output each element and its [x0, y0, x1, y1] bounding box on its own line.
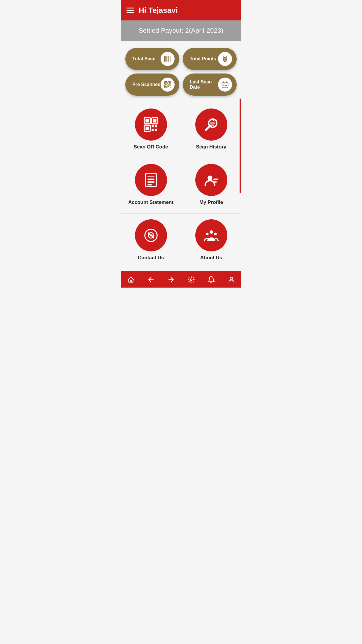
svg-rect-53 — [213, 178, 218, 180]
svg-rect-5 — [169, 56, 169, 62]
menu-label-scan-qr-code: Scan QR Code — [133, 144, 168, 150]
barcode-icon — [161, 52, 175, 66]
my-profile-icon — [195, 164, 227, 196]
svg-rect-39 — [210, 120, 211, 121]
svg-point-62 — [230, 277, 233, 280]
svg-rect-24 — [223, 85, 224, 86]
svg-rect-46 — [147, 178, 154, 180]
menu-label-account-statement: Account Statement — [128, 200, 173, 205]
stat-card-total-points[interactable]: Total Points — [183, 48, 237, 70]
svg-rect-20 — [169, 85, 171, 85]
stats-section: Total Scan Total Points — [121, 41, 241, 99]
nav-home[interactable] — [121, 276, 141, 284]
coins-icon — [218, 52, 232, 66]
svg-rect-4 — [168, 56, 169, 62]
scan-qr-code-icon — [135, 108, 167, 141]
account-statement-icon — [135, 164, 167, 196]
svg-rect-34 — [155, 125, 157, 127]
scan-history-icon — [195, 108, 227, 141]
right-accent — [240, 99, 241, 193]
stat-label-pre-scanned: Pre Scanned — [132, 82, 161, 87]
menu-label-my-profile: My Profile — [199, 200, 223, 205]
stat-label-total-points: Total Points — [190, 56, 216, 62]
bottom-navigation — [121, 271, 241, 288]
svg-rect-40 — [212, 120, 214, 121]
stat-card-total-scan[interactable]: Total Scan — [125, 48, 179, 70]
svg-rect-7 — [171, 56, 171, 62]
svg-point-57 — [150, 235, 152, 237]
svg-rect-21 — [168, 86, 169, 87]
stat-label-total-scan: Total Scan — [132, 56, 156, 62]
contact-us-icon — [135, 219, 167, 251]
svg-rect-19 — [168, 85, 168, 85]
svg-line-38 — [206, 126, 210, 130]
svg-point-61 — [190, 279, 192, 281]
svg-rect-54 — [213, 181, 217, 183]
menu-item-my-profile[interactable]: My Profile — [181, 157, 241, 212]
svg-rect-35 — [152, 129, 154, 131]
stat-card-last-scan-date[interactable]: Last Scan Date — [183, 74, 237, 96]
menu-icon[interactable] — [126, 8, 134, 13]
svg-point-58 — [210, 230, 213, 234]
calendar-icon — [218, 78, 232, 92]
nav-forward[interactable] — [161, 276, 181, 284]
menu-item-scan-history[interactable]: Scan History — [181, 102, 241, 157]
svg-rect-14 — [165, 82, 167, 84]
svg-point-52 — [208, 176, 212, 180]
svg-rect-41 — [215, 120, 217, 121]
svg-rect-2 — [166, 56, 166, 62]
nav-notifications[interactable] — [201, 276, 221, 284]
svg-rect-50 — [150, 176, 152, 178]
nav-back[interactable] — [141, 276, 161, 284]
svg-point-60 — [214, 233, 217, 235]
svg-rect-32 — [145, 127, 149, 130]
header-greeting: Hi Tejasavi — [139, 6, 178, 15]
qr-scan-icon — [161, 78, 175, 92]
svg-rect-42 — [210, 123, 215, 124]
stat-label-last-scan-date: Last Scan Date — [190, 79, 218, 90]
svg-rect-51 — [152, 176, 154, 178]
menu-label-contact-us: Contact Us — [138, 255, 164, 261]
menu-item-scan-qr-code[interactable]: Scan QR Code — [121, 102, 181, 157]
payout-text: Settled Payout: 2(April-2023) — [138, 27, 223, 34]
svg-rect-16 — [169, 82, 170, 84]
svg-point-59 — [206, 233, 208, 235]
svg-rect-25 — [225, 85, 226, 86]
svg-rect-0 — [164, 56, 165, 62]
svg-rect-3 — [167, 56, 167, 62]
about-us-icon — [195, 219, 227, 251]
svg-rect-28 — [145, 119, 149, 123]
svg-rect-47 — [147, 181, 154, 183]
svg-rect-18 — [165, 86, 167, 87]
app-header: Hi Tejasavi — [121, 0, 241, 20]
nav-user[interactable] — [221, 276, 241, 284]
svg-rect-6 — [170, 56, 170, 62]
svg-point-12 — [223, 60, 227, 62]
svg-rect-49 — [148, 176, 150, 178]
payout-banner: Settled Payout: 2(April-2023) — [121, 20, 241, 41]
stat-card-pre-scanned[interactable]: Pre Scanned — [125, 74, 179, 96]
menu-label-about-us: About Us — [200, 255, 222, 261]
nav-settings[interactable] — [181, 276, 201, 284]
svg-rect-33 — [152, 125, 154, 127]
menu-item-account-statement[interactable]: Account Statement — [121, 157, 181, 212]
svg-rect-43 — [210, 125, 214, 126]
svg-rect-36 — [155, 129, 157, 131]
menu-section: Scan QR Code Scan History — [121, 99, 241, 271]
menu-label-scan-history: Scan History — [196, 144, 226, 150]
menu-item-about-us[interactable]: About Us — [181, 212, 241, 268]
svg-rect-1 — [165, 56, 166, 62]
svg-rect-48 — [147, 184, 152, 186]
svg-point-9 — [224, 57, 226, 58]
svg-rect-26 — [226, 85, 227, 86]
svg-rect-30 — [153, 119, 157, 123]
menu-item-contact-us[interactable]: Contact Us — [121, 212, 181, 268]
svg-rect-22 — [170, 87, 171, 88]
